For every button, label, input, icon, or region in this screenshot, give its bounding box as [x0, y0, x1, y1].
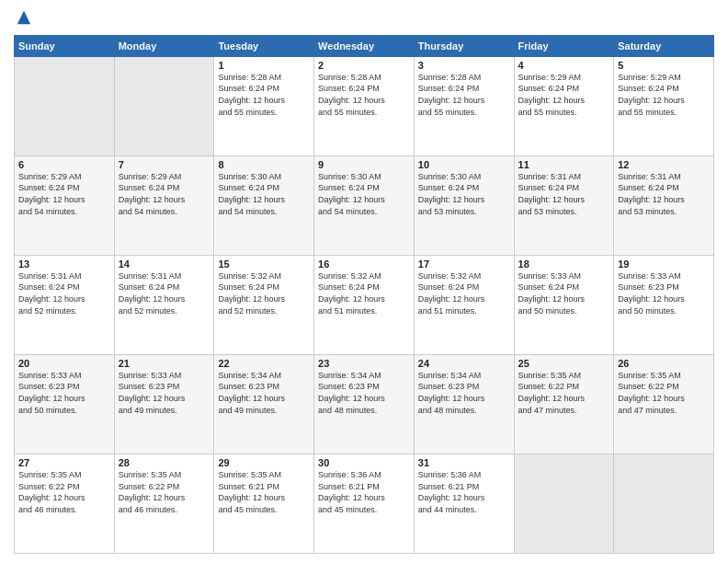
calendar-cell: 15Sunrise: 5:32 AM Sunset: 6:24 PM Dayli… — [214, 255, 314, 354]
calendar-cell: 13Sunrise: 5:31 AM Sunset: 6:24 PM Dayli… — [15, 255, 115, 354]
day-info: Sunrise: 5:29 AM Sunset: 6:24 PM Dayligh… — [518, 72, 610, 118]
day-info: Sunrise: 5:28 AM Sunset: 6:24 PM Dayligh… — [218, 72, 310, 118]
calendar-cell: 4Sunrise: 5:29 AM Sunset: 6:24 PM Daylig… — [514, 56, 614, 155]
day-number: 31 — [418, 457, 510, 468]
day-number: 16 — [318, 259, 410, 270]
day-number: 18 — [518, 259, 610, 270]
day-info: Sunrise: 5:29 AM Sunset: 6:24 PM Dayligh… — [18, 171, 110, 217]
calendar-cell: 25Sunrise: 5:35 AM Sunset: 6:22 PM Dayli… — [514, 354, 614, 454]
day-number: 10 — [418, 159, 510, 170]
calendar-cell — [614, 454, 714, 553]
day-info: Sunrise: 5:32 AM Sunset: 6:24 PM Dayligh… — [218, 270, 310, 316]
day-number: 20 — [18, 358, 110, 369]
calendar-cell: 14Sunrise: 5:31 AM Sunset: 6:24 PM Dayli… — [114, 255, 214, 354]
day-info: Sunrise: 5:28 AM Sunset: 6:24 PM Dayligh… — [318, 72, 410, 118]
weekday-sunday: Sunday — [15, 35, 115, 56]
calendar-cell: 19Sunrise: 5:33 AM Sunset: 6:23 PM Dayli… — [614, 255, 714, 354]
day-info: Sunrise: 5:35 AM Sunset: 6:21 PM Dayligh… — [218, 469, 310, 515]
calendar-cell: 5Sunrise: 5:29 AM Sunset: 6:24 PM Daylig… — [614, 56, 714, 155]
calendar-cell: 21Sunrise: 5:33 AM Sunset: 6:23 PM Dayli… — [114, 354, 214, 454]
weekday-saturday: Saturday — [614, 35, 714, 56]
day-number: 5 — [618, 60, 710, 71]
day-info: Sunrise: 5:30 AM Sunset: 6:24 PM Dayligh… — [318, 171, 410, 217]
day-number: 28 — [119, 457, 210, 468]
day-info: Sunrise: 5:36 AM Sunset: 6:21 PM Dayligh… — [418, 469, 510, 515]
calendar-cell: 12Sunrise: 5:31 AM Sunset: 6:24 PM Dayli… — [614, 155, 714, 255]
day-number: 12 — [618, 159, 710, 170]
day-info: Sunrise: 5:33 AM Sunset: 6:23 PM Dayligh… — [18, 370, 110, 416]
day-info: Sunrise: 5:32 AM Sunset: 6:24 PM Dayligh… — [418, 270, 510, 316]
day-number: 21 — [119, 358, 210, 369]
day-number: 13 — [18, 259, 110, 270]
day-number: 19 — [618, 259, 710, 270]
calendar-cell — [15, 56, 115, 155]
day-number: 26 — [618, 358, 710, 369]
calendar-cell: 23Sunrise: 5:34 AM Sunset: 6:23 PM Dayli… — [314, 354, 415, 454]
calendar-week-3: 13Sunrise: 5:31 AM Sunset: 6:24 PM Dayli… — [15, 255, 714, 354]
day-number: 4 — [518, 60, 610, 71]
calendar-week-1: 1Sunrise: 5:28 AM Sunset: 6:24 PM Daylig… — [15, 56, 714, 155]
day-number: 25 — [518, 358, 610, 369]
calendar-cell: 11Sunrise: 5:31 AM Sunset: 6:24 PM Dayli… — [514, 155, 614, 255]
day-number: 30 — [318, 457, 410, 468]
calendar-cell: 10Sunrise: 5:30 AM Sunset: 6:24 PM Dayli… — [414, 155, 514, 255]
day-info: Sunrise: 5:35 AM Sunset: 6:22 PM Dayligh… — [18, 469, 110, 515]
day-number: 6 — [18, 159, 110, 170]
calendar-cell: 17Sunrise: 5:32 AM Sunset: 6:24 PM Dayli… — [414, 255, 514, 354]
day-number: 3 — [418, 60, 510, 71]
calendar-week-5: 27Sunrise: 5:35 AM Sunset: 6:22 PM Dayli… — [15, 454, 714, 553]
calendar-cell: 26Sunrise: 5:35 AM Sunset: 6:22 PM Dayli… — [614, 354, 714, 454]
day-info: Sunrise: 5:32 AM Sunset: 6:24 PM Dayligh… — [318, 270, 410, 316]
day-number: 14 — [119, 259, 210, 270]
svg-marker-0 — [17, 11, 30, 24]
calendar-cell: 29Sunrise: 5:35 AM Sunset: 6:21 PM Dayli… — [214, 454, 314, 553]
day-number: 24 — [418, 358, 510, 369]
day-info: Sunrise: 5:31 AM Sunset: 6:24 PM Dayligh… — [518, 171, 610, 217]
logo — [14, 9, 32, 28]
day-number: 11 — [518, 159, 610, 170]
day-number: 1 — [218, 60, 310, 71]
day-number: 23 — [318, 358, 410, 369]
calendar-cell: 22Sunrise: 5:34 AM Sunset: 6:23 PM Dayli… — [214, 354, 314, 454]
page: SundayMondayTuesdayWednesdayThursdayFrid… — [0, 0, 728, 563]
day-number: 7 — [119, 159, 210, 170]
calendar-cell — [114, 56, 214, 155]
day-info: Sunrise: 5:30 AM Sunset: 6:24 PM Dayligh… — [418, 171, 510, 217]
calendar-cell: 30Sunrise: 5:36 AM Sunset: 6:21 PM Dayli… — [314, 454, 415, 553]
day-info: Sunrise: 5:29 AM Sunset: 6:24 PM Dayligh… — [119, 171, 210, 217]
calendar-cell: 1Sunrise: 5:28 AM Sunset: 6:24 PM Daylig… — [214, 56, 314, 155]
day-number: 29 — [218, 457, 310, 468]
calendar-cell: 6Sunrise: 5:29 AM Sunset: 6:24 PM Daylig… — [15, 155, 115, 255]
day-info: Sunrise: 5:34 AM Sunset: 6:23 PM Dayligh… — [318, 370, 410, 416]
day-info: Sunrise: 5:34 AM Sunset: 6:23 PM Dayligh… — [418, 370, 510, 416]
calendar-cell: 18Sunrise: 5:33 AM Sunset: 6:24 PM Dayli… — [514, 255, 614, 354]
calendar-week-4: 20Sunrise: 5:33 AM Sunset: 6:23 PM Dayli… — [15, 354, 714, 454]
weekday-monday: Monday — [114, 35, 214, 56]
header — [14, 9, 714, 28]
calendar-cell: 2Sunrise: 5:28 AM Sunset: 6:24 PM Daylig… — [314, 56, 415, 155]
calendar-header: SundayMondayTuesdayWednesdayThursdayFrid… — [15, 35, 714, 56]
day-info: Sunrise: 5:33 AM Sunset: 6:24 PM Dayligh… — [518, 270, 610, 316]
calendar-cell — [514, 454, 614, 553]
day-info: Sunrise: 5:33 AM Sunset: 6:23 PM Dayligh… — [618, 270, 710, 316]
day-number: 8 — [218, 159, 310, 170]
day-number: 2 — [318, 60, 410, 71]
weekday-header-row: SundayMondayTuesdayWednesdayThursdayFrid… — [15, 35, 714, 56]
logo-icon — [16, 9, 32, 26]
day-number: 15 — [218, 259, 310, 270]
calendar-week-2: 6Sunrise: 5:29 AM Sunset: 6:24 PM Daylig… — [15, 155, 714, 255]
day-info: Sunrise: 5:31 AM Sunset: 6:24 PM Dayligh… — [119, 270, 210, 316]
weekday-tuesday: Tuesday — [214, 35, 314, 56]
calendar-cell: 9Sunrise: 5:30 AM Sunset: 6:24 PM Daylig… — [314, 155, 415, 255]
weekday-thursday: Thursday — [414, 35, 514, 56]
calendar-cell: 27Sunrise: 5:35 AM Sunset: 6:22 PM Dayli… — [15, 454, 115, 553]
day-info: Sunrise: 5:35 AM Sunset: 6:22 PM Dayligh… — [119, 469, 210, 515]
day-info: Sunrise: 5:36 AM Sunset: 6:21 PM Dayligh… — [318, 469, 410, 515]
day-number: 27 — [18, 457, 110, 468]
calendar-cell: 3Sunrise: 5:28 AM Sunset: 6:24 PM Daylig… — [414, 56, 514, 155]
weekday-wednesday: Wednesday — [314, 35, 415, 56]
day-info: Sunrise: 5:33 AM Sunset: 6:23 PM Dayligh… — [119, 370, 210, 416]
calendar-body: 1Sunrise: 5:28 AM Sunset: 6:24 PM Daylig… — [15, 56, 714, 553]
day-info: Sunrise: 5:35 AM Sunset: 6:22 PM Dayligh… — [518, 370, 610, 416]
calendar-cell: 28Sunrise: 5:35 AM Sunset: 6:22 PM Dayli… — [114, 454, 214, 553]
